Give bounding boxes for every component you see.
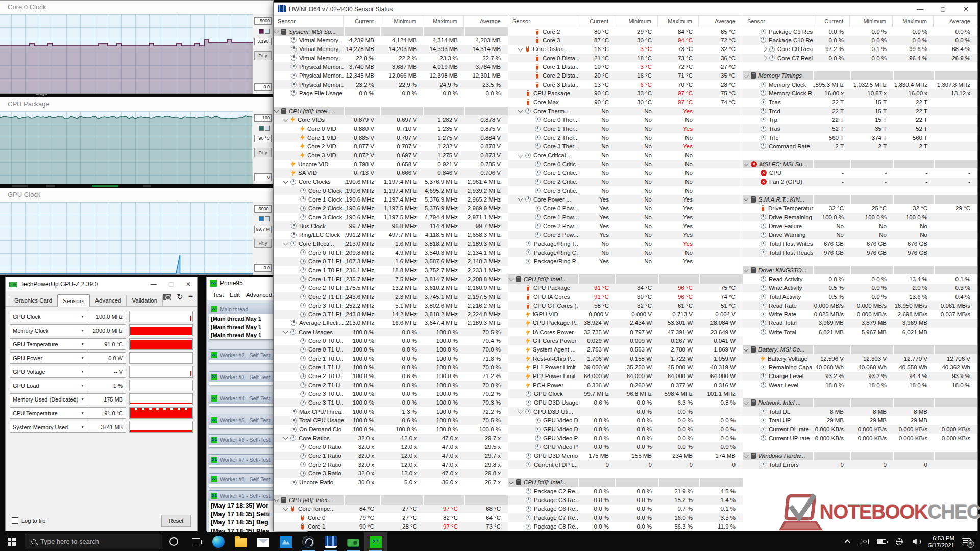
sensor-row[interactable]: Package/Ring T...NoNoYes bbox=[508, 239, 743, 248]
sensor-row[interactable]: Core 2 Clock3,190.6 MHz1,197.5 MHz5,376.… bbox=[274, 204, 508, 213]
sensor-row[interactable]: CPU [#0]: Intel... bbox=[274, 107, 508, 115]
fit-y-button[interactable]: Fit y bbox=[254, 51, 272, 60]
chevron-down-icon[interactable] bbox=[283, 117, 288, 122]
sensor-row[interactable]: CPU [#0]: Intel... bbox=[508, 274, 743, 283]
sensor-row[interactable]: GT Cores Power0.029 W0.009 W0.267 W0.041… bbox=[508, 336, 743, 345]
chevron-down-icon[interactable] bbox=[518, 196, 523, 202]
sensor-row[interactable]: PL2 Power Limit64.000 W64.000 W64.000 W6… bbox=[508, 372, 743, 381]
sensor-row[interactable]: Core 1 VID0.885 V0.707 V1.275 V0.884 V bbox=[274, 133, 508, 142]
sensor-row[interactable]: Core 3 Pow...YesNoYes bbox=[508, 231, 743, 239]
sensor-row[interactable]: Core C0 Resi...97.2 %0.1 %99.6 %68.4 % bbox=[743, 45, 977, 54]
tray-battery-button[interactable] bbox=[873, 532, 891, 551]
column-header-average[interactable]: Average bbox=[464, 16, 508, 27]
column-header-current[interactable]: Current bbox=[578, 16, 615, 27]
sensor-row[interactable]: Virtual Memory ...4,239 MB4,124 MB4,314 … bbox=[274, 36, 508, 44]
taskbar-app-gpuz[interactable] bbox=[342, 532, 364, 551]
sensor-row[interactable]: Virtual Memory ...22.8 %22.2 %23.3 %22.7… bbox=[274, 54, 508, 62]
tray-network-button[interactable] bbox=[891, 532, 908, 551]
column-header-maximum[interactable]: Maximum bbox=[658, 16, 699, 27]
minimize-button[interactable]: — bbox=[909, 3, 932, 15]
sensor-row[interactable]: Total CPU Usage100.0 %0.6 %100.0 %70.5 % bbox=[274, 416, 508, 424]
sensor-row[interactable]: System: MSI Su... bbox=[274, 27, 508, 36]
sensor-row[interactable]: GPU D3D Usage0.6 %0.0 %6.3 %0.8 % bbox=[508, 398, 743, 407]
sensor-row[interactable]: Core 1 T0 Ef...3,236.1 MHz18.8 MHz3,752.… bbox=[274, 266, 508, 274]
sensor-row[interactable]: Core 2 Ther...NoNoNo bbox=[508, 133, 743, 142]
sensor-row[interactable]: Core C7 Resi...0.0 %0.0 %96.4 %26.9 % bbox=[743, 54, 977, 62]
sensor-row[interactable] bbox=[743, 389, 977, 398]
sensor-row[interactable]: Core 0 Critic...NoNoNo bbox=[508, 160, 743, 168]
column-header-minimum[interactable]: Minimum bbox=[850, 16, 893, 27]
sensor-row[interactable] bbox=[743, 151, 977, 160]
sensor-row[interactable]: Current cTDP L...0000 bbox=[508, 460, 743, 469]
sensor-row[interactable]: Drive Remaining ...100.0 %100.0 %100.0 % bbox=[743, 213, 977, 221]
sensor-row[interactable]: Write Total6,021 MB5,967 MB6,021 MB bbox=[743, 328, 977, 336]
sensor-row[interactable]: Core Distan...16 °C3 °C73 °C32 °C bbox=[508, 45, 743, 54]
sensor-row[interactable]: Core 1 Pow...YesNoYes bbox=[508, 213, 743, 221]
sensor-row[interactable]: Package C10 Re...0.0 %0.0 %0.0 %0.0 % bbox=[743, 36, 977, 44]
sensor-row[interactable]: Core 1 T0 U...100.0 %0.0 %100.0 %71.8 % bbox=[274, 354, 508, 363]
fit-y-button[interactable]: Fit y bbox=[254, 148, 272, 157]
sensor-row[interactable] bbox=[508, 266, 743, 274]
chevron-down-icon[interactable] bbox=[744, 347, 749, 352]
sensor-row[interactable]: Package/Ring P...YesNoYes bbox=[508, 257, 743, 266]
taskbar-clock[interactable]: 6:53 PM 5/17/2021 bbox=[925, 535, 960, 549]
tab-sensors[interactable]: Sensors bbox=[57, 294, 90, 307]
chevron-down-icon[interactable] bbox=[744, 267, 749, 272]
sensor-row[interactable]: Core 1 Dista...10 °C3 °C72 °C27 °C bbox=[508, 62, 743, 71]
sensor-row[interactable]: Memory Clock1,595.3 MHz1,032.5 MHz1,830.… bbox=[743, 80, 977, 89]
sensor-row[interactable]: Core VIDs0.879 V0.697 V1.282 V0.878 V bbox=[274, 115, 508, 124]
sensor-row[interactable]: Core 2 T0 U...100.0 %0.6 %100.0 %71.2 % bbox=[274, 372, 508, 381]
sensor-row[interactable]: Physical Memor...23.2 %22.9 %24.9 %23.5 … bbox=[274, 80, 508, 89]
sensor-row[interactable]: PL1 Power Limit39.000 W35.250 W45.000 W4… bbox=[508, 363, 743, 371]
gpuz-sensor-select[interactable]: GPU Temperature▼ bbox=[10, 338, 87, 350]
sensor-row[interactable]: Write Activity0.5 %0.0 %2.0 %0.3 % bbox=[743, 284, 977, 292]
sensor-row[interactable]: Core 3 Critic...NoNoNo bbox=[508, 186, 743, 195]
sensor-row[interactable]: CPU Package90 °C33 °C97 °C75 °C bbox=[508, 89, 743, 97]
chevron-down-icon[interactable] bbox=[518, 409, 523, 414]
taskbar-app-prime95[interactable] bbox=[364, 532, 387, 551]
sensor-row[interactable]: Command Rate2 T2 T2 T bbox=[743, 142, 977, 151]
taskbar-app-hwinfo[interactable] bbox=[320, 532, 342, 551]
sensor-row[interactable]: Core Usages100.0 %0.0 %100.0 %70.5 % bbox=[274, 328, 508, 336]
sensor-row[interactable]: Total Host Writes676 GB676 GB676 GB bbox=[743, 239, 977, 248]
sensor-row[interactable]: Core 1 T1 Ef...3,235.7 MHz7.5 MHz3,814.7… bbox=[274, 274, 508, 283]
sensor-row[interactable]: Core Clocks3,190.6 MHz1,197.4 MHz5,376.9… bbox=[274, 178, 508, 186]
sensor-row[interactable]: Read Rate0.000 MB/s0.000 MB/s16.950 MB/s… bbox=[743, 301, 977, 310]
sensor-row[interactable]: Write Rate0.025 MB/s0.000 MB/s2.698 MB/s… bbox=[743, 310, 977, 319]
tray-volume-button[interactable] bbox=[908, 532, 925, 551]
reset-button[interactable]: Reset bbox=[161, 515, 191, 527]
chevron-down-icon[interactable] bbox=[283, 179, 288, 184]
sensor-row[interactable]: CPU GT Cores (...58 °C32 °C61 °C51 °C bbox=[508, 301, 743, 310]
menu-advanced[interactable]: Advanced bbox=[246, 292, 272, 298]
chevron-down-icon[interactable] bbox=[518, 46, 523, 51]
sensor-row[interactable]: S.M.A.R.T.: KIN... bbox=[743, 195, 977, 204]
sensor-row[interactable]: ×CPU---- bbox=[743, 168, 977, 177]
taskbar-app-edge[interactable] bbox=[207, 532, 230, 551]
sensor-row[interactable]: ×MSI EC: MSI Su... bbox=[743, 160, 977, 168]
column-header-minimum[interactable]: Minimum bbox=[380, 16, 423, 27]
sensor-row[interactable]: Bus Clock99.7 MHz96.8 MHz114.4 MHz99.7 M… bbox=[274, 221, 508, 230]
sensor-row[interactable]: Core Ratios32.0 x12.0 x47.0 x29.7 x bbox=[274, 434, 508, 442]
sensor-row[interactable]: CPU [#0]: Intel... bbox=[274, 495, 508, 504]
chevron-down-icon[interactable] bbox=[283, 435, 288, 440]
sensor-row[interactable]: Core 0 Ratio32.0 x12.0 x47.0 x29.5 x bbox=[274, 442, 508, 451]
sensor-row[interactable] bbox=[743, 62, 977, 71]
sensor-row[interactable]: Core Therm...NoNoYes bbox=[508, 107, 743, 115]
sensor-row[interactable]: Package C6 Re...0.0 %0.0 %0.7 %0.1 % bbox=[508, 505, 743, 513]
sensor-row[interactable]: Physical Memor...3,740 MB3,687 MB4,019 M… bbox=[274, 62, 508, 71]
tab-graphics-card[interactable]: Graphics Card bbox=[9, 295, 58, 306]
sensor-row[interactable]: Tras52 T35 T52 T bbox=[743, 124, 977, 133]
chevron-down-icon[interactable] bbox=[274, 108, 279, 113]
sensor-row[interactable]: Core 2 Critic...NoNoNo bbox=[508, 178, 743, 186]
sensor-row[interactable]: Package C7 Re...0.0 %0.0 %16.0 %3.3 % bbox=[508, 513, 743, 522]
close-button[interactable]: ✕ bbox=[954, 3, 977, 15]
screenshot-icon[interactable] bbox=[163, 294, 172, 300]
sensor-row[interactable]: Total UP29 MB29 MB29 MB bbox=[743, 416, 977, 424]
chevron-down-icon[interactable] bbox=[274, 497, 279, 502]
column-header-current[interactable]: Current bbox=[813, 16, 850, 27]
column-header-minimum[interactable]: Minimum bbox=[615, 16, 658, 27]
sensor-row[interactable]: Core 387 °C30 °C94 °C72 °C bbox=[508, 36, 743, 44]
sensor-row[interactable]: GPU Video D...0.0 %0.0 %0.0 %0.0 % bbox=[508, 416, 743, 424]
sensor-row[interactable]: GPU Clock99.7 MHz96.8 MHz598.4 MHz101.1 … bbox=[508, 389, 743, 398]
sensor-row[interactable]: Trcd22 T15 T22 T bbox=[743, 107, 977, 115]
